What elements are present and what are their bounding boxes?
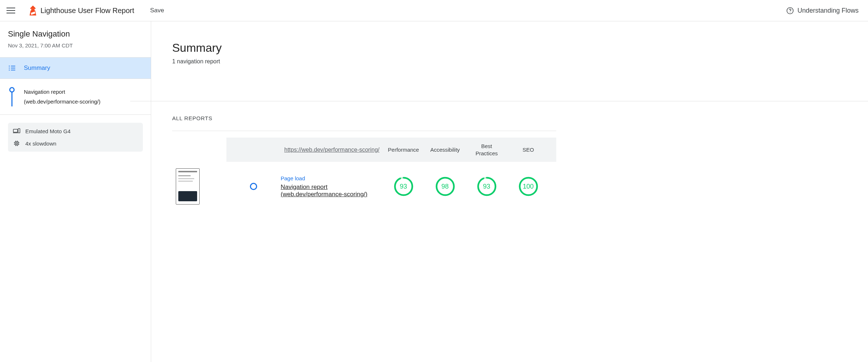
flow-title: Single Navigation — [8, 29, 143, 39]
sidebar-item-navigation-report[interactable]: Navigation report (web.dev/performance-s… — [0, 79, 151, 115]
cpu-icon — [13, 140, 20, 147]
all-reports-label: ALL REPORTS — [172, 115, 556, 121]
gauge-performance[interactable]: 93 — [394, 177, 413, 196]
report-title-link[interactable]: Navigation report (web.dev/performance-s… — [281, 184, 367, 198]
gauge-accessibility[interactable]: 98 — [435, 177, 455, 196]
sidebar-header: Single Navigation Nov 3, 2021, 7:00 AM C… — [0, 21, 151, 58]
page-heading: Summary — [172, 41, 556, 55]
gauge-best-practices[interactable]: 93 — [477, 177, 497, 196]
reports-table: https://web.dev/performance-scoring/ Per… — [172, 138, 556, 211]
col-accessibility: Accessibility — [424, 146, 466, 153]
topbar: Lighthouse User Flow Report Save Underst… — [0, 0, 868, 21]
sidebar-item-summary[interactable]: Summary — [0, 58, 151, 79]
screenshot-thumbnail[interactable] — [176, 168, 200, 205]
flow-datetime: Nov 3, 2021, 7:00 AM CDT — [8, 42, 143, 49]
nav-report-line1: Navigation report — [24, 87, 101, 97]
help-circle-icon — [786, 7, 794, 14]
col-seo: SEO — [507, 146, 549, 153]
meta-device-label: Emulated Moto G4 — [25, 128, 71, 134]
nav-report-line2: (web.dev/performance-scoring/) — [24, 97, 101, 106]
understanding-flows-label: Understanding Flows — [797, 7, 859, 14]
meta-device: Emulated Moto G4 — [13, 125, 138, 137]
sidebar: Single Navigation Nov 3, 2021, 7:00 AM C… — [0, 21, 151, 362]
score-value: 98 — [435, 177, 455, 196]
col-best-practices: Best Practices — [466, 143, 507, 157]
meta-throttle: 4x slowdown — [13, 137, 138, 150]
svg-point-2 — [790, 12, 791, 13]
svg-point-9 — [10, 88, 14, 92]
svg-rect-11 — [13, 129, 18, 132]
svg-point-5 — [9, 70, 10, 71]
svg-rect-15 — [16, 143, 17, 144]
save-button[interactable]: Save — [150, 7, 164, 14]
navigation-step-icon — [250, 183, 257, 190]
hamburger-menu-button[interactable] — [7, 6, 15, 15]
meta-throttle-label: 4x slowdown — [25, 140, 56, 147]
page-load-label: Page load — [281, 175, 383, 181]
svg-point-3 — [9, 66, 10, 67]
score-value: 93 — [394, 177, 413, 196]
app-title: Lighthouse User Flow Report — [41, 7, 134, 15]
list-icon — [8, 64, 16, 72]
svg-rect-13 — [18, 129, 20, 133]
main-content: Summary 1 navigation report ALL REPORTS … — [151, 21, 868, 362]
summary-label: Summary — [24, 64, 50, 72]
report-url-link[interactable]: https://web.dev/performance-scoring/ — [284, 147, 383, 153]
gauge-seo[interactable]: 100 — [519, 177, 538, 196]
sidebar-meta-box: Emulated Moto G4 4x slowdown — [8, 123, 143, 152]
svg-rect-14 — [15, 142, 18, 145]
page-subheading: 1 navigation report — [172, 58, 556, 65]
device-icon — [13, 128, 20, 134]
svg-rect-0 — [31, 9, 34, 10]
navigation-marker-icon — [8, 87, 16, 106]
svg-point-4 — [9, 68, 10, 69]
score-value: 100 — [519, 177, 538, 196]
lighthouse-logo-icon — [29, 5, 37, 16]
understanding-flows-link[interactable]: Understanding Flows — [786, 7, 859, 14]
table-header-row: https://web.dev/performance-scoring/ Per… — [226, 138, 556, 162]
score-value: 93 — [477, 177, 497, 196]
table-row: Page load Navigation report (web.dev/per… — [172, 162, 556, 211]
col-performance: Performance — [383, 146, 424, 153]
